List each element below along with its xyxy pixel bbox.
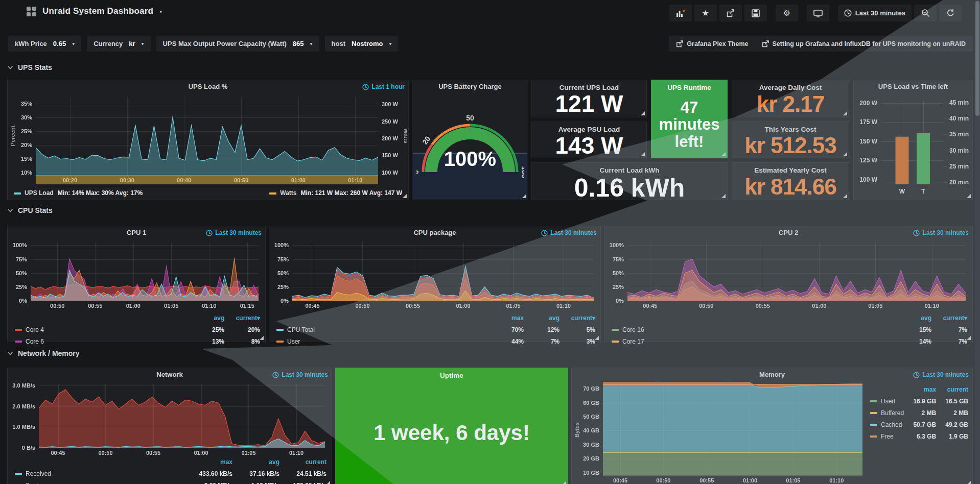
panel-title[interactable]: CPU 2 (625, 229, 952, 236)
legend[interactable]: avgcurrent▾Core 425%20%Core 613%8% (15, 312, 260, 347)
legend-column-header[interactable]: current▾ (559, 312, 595, 324)
legend-column-header[interactable]: max (488, 312, 524, 324)
page-scrollbar[interactable] (975, 0, 980, 484)
panel-title[interactable]: UPS Load vs Time left (858, 83, 968, 90)
dashboard-variable[interactable]: Currencykr▾ (87, 36, 150, 52)
legend-column-header[interactable]: current▾ (224, 312, 260, 324)
legend-column-header[interactable]: avg (189, 312, 224, 324)
resize-handle[interactable] (562, 481, 566, 484)
legend-row[interactable]: Core 1714%7% (612, 335, 967, 347)
resize-handle[interactable] (522, 194, 526, 198)
dashboard-title[interactable]: Unraid System Dashboard (42, 6, 153, 16)
stat-title[interactable]: Average Daily Cost (732, 84, 849, 91)
settings-button[interactable]: ⚙ (776, 5, 798, 21)
stat-title[interactable]: Uptime (336, 372, 568, 379)
time-range-picker[interactable]: Last 30 minutes (838, 5, 912, 21)
panel-title[interactable]: CPU package (290, 229, 580, 236)
time-range-badge[interactable]: Last 30 minutes (913, 229, 969, 236)
resize-handle[interactable] (967, 194, 971, 198)
legend-row[interactable]: Sent2.80 MB/s1.12 MB/s172.08 kB/s (15, 479, 326, 484)
zoom-out-button[interactable] (914, 5, 937, 21)
legend-row[interactable]: Buffered2 MB2 MB (870, 407, 968, 419)
series-name[interactable]: UPS Load (25, 189, 54, 197)
network-chart[interactable] (9, 380, 330, 457)
legend-row[interactable]: Received433.60 kB/s37.16 kB/s24.51 kB/s (15, 468, 326, 479)
panel-title[interactable]: Memory (592, 371, 952, 378)
panel-title[interactable]: UPS Load % (28, 83, 388, 90)
stat-title[interactable]: This Years Cost (732, 126, 849, 133)
legend[interactable]: maxavgcurrentReceived433.60 kB/s37.16 kB… (15, 456, 326, 484)
resize-handle[interactable] (967, 336, 971, 340)
time-range-badge[interactable]: Last 30 minutes (913, 371, 969, 378)
legend-column-header[interactable]: avg (524, 312, 559, 324)
variable-value[interactable]: Nostromo (352, 40, 383, 47)
section-ups-stats[interactable]: UPS Stats (7, 63, 52, 71)
legend[interactable]: avgcurrent▾Core 1615%7%Core 1714%7% (612, 312, 967, 347)
cpu-package-chart[interactable] (271, 238, 599, 310)
legend-row[interactable]: Core 1615%7% (612, 324, 967, 335)
chevron-down-icon[interactable]: ▾ (159, 9, 162, 14)
time-range-badge[interactable]: Last 30 minutes (272, 371, 328, 378)
legend-column-header[interactable]: current (279, 456, 326, 468)
legend-row[interactable]: CPU Total70%12%5% (276, 324, 595, 335)
legend-column-header[interactable]: max (904, 383, 936, 395)
tv-mode-button[interactable] (807, 5, 829, 21)
share-button[interactable] (719, 5, 742, 21)
resize-handle[interactable] (843, 111, 847, 115)
time-range-badge[interactable]: Last 30 minutes (541, 229, 597, 236)
dashboard-link[interactable]: Setting up Grafana and InfluxDB for UPS … (762, 40, 966, 47)
resize-handle[interactable] (641, 111, 645, 115)
star-button[interactable]: ★ (694, 5, 717, 21)
section-network-memory[interactable]: Network / Memory (7, 349, 80, 357)
stat-title[interactable]: Current Load kWh (532, 166, 727, 174)
legend-row[interactable]: User44%7%3% (276, 335, 595, 347)
resize-handle[interactable] (326, 481, 330, 484)
section-cpu-stats[interactable]: CPU Stats (7, 206, 53, 214)
legend-row[interactable]: Core 425%20% (15, 324, 260, 335)
time-range-badge[interactable]: Last 30 minutes (206, 229, 262, 236)
ups-load-vs-time-chart[interactable] (856, 93, 970, 197)
legend[interactable]: maxcurrentUsed16.9 GB16.5 GBBuffered2 MB… (870, 383, 968, 442)
variable-value[interactable]: 0.65 (53, 40, 66, 47)
legend-column-header[interactable]: max (185, 456, 232, 468)
resize-handle[interactable] (641, 152, 645, 156)
legend-row[interactable]: Core 613%8% (15, 335, 260, 347)
resize-handle[interactable] (721, 152, 726, 156)
dashboard-variable[interactable]: hostNostromo▾ (325, 36, 399, 52)
panel-title[interactable]: UPS Battery Charge (416, 83, 524, 90)
legend[interactable]: maxavgcurrent▾CPU Total70%12%5%User44%7%… (276, 312, 595, 347)
panel-title[interactable]: Network (28, 371, 311, 378)
resize-handle[interactable] (595, 336, 599, 340)
dashboard-link[interactable]: Grafana Plex Theme (676, 40, 748, 47)
resize-handle[interactable] (843, 152, 847, 156)
dashboard-variable[interactable]: kWh Price0.65▾ (8, 36, 81, 52)
memory-chart[interactable] (573, 380, 867, 484)
stat-title[interactable]: Estimated Yearly Cost (732, 166, 849, 174)
dashboards-grid-icon[interactable] (27, 7, 36, 16)
legend-column-header[interactable]: avg (896, 312, 931, 324)
legend-item[interactable]: UPS LoadMin: 14% Max: 30% Avg: 17% (14, 189, 143, 197)
legend[interactable]: UPS LoadMin: 14% Max: 30% Avg: 17%WattsM… (14, 189, 402, 197)
ups-load-chart[interactable] (9, 92, 407, 184)
variable-value[interactable]: 865 (293, 40, 304, 47)
cpu2-chart[interactable] (606, 238, 971, 310)
legend-row[interactable]: Free6.3 GB1.9 GB (870, 430, 968, 442)
save-button[interactable] (744, 5, 767, 21)
dashboard-variable[interactable]: UPS Max Output Power Capacity (Watt)865▾ (156, 36, 319, 52)
legend-row[interactable]: Cached50.7 GB49.2 GB (870, 419, 968, 430)
legend-column-header[interactable]: current (936, 383, 968, 395)
legend-column-header[interactable]: current▾ (931, 312, 967, 324)
resize-handle[interactable] (403, 194, 407, 198)
time-range-badge[interactable]: Last 1 hour (362, 83, 405, 90)
resize-handle[interactable] (843, 194, 847, 198)
legend-row[interactable]: Used16.9 GB16.5 GB (870, 395, 968, 407)
battery-gauge[interactable] (416, 93, 524, 196)
resize-handle[interactable] (260, 336, 264, 340)
variable-value[interactable]: kr (129, 40, 135, 47)
legend-item[interactable]: WattsMin: 121 W Max: 260 W Avg: 147 W (269, 189, 402, 197)
add-panel-button[interactable] (669, 5, 692, 21)
legend-column-header[interactable]: avg (232, 456, 279, 468)
series-name[interactable]: Watts (280, 189, 296, 197)
stat-title[interactable]: UPS Runtime (651, 84, 727, 91)
resize-handle[interactable] (721, 194, 726, 198)
